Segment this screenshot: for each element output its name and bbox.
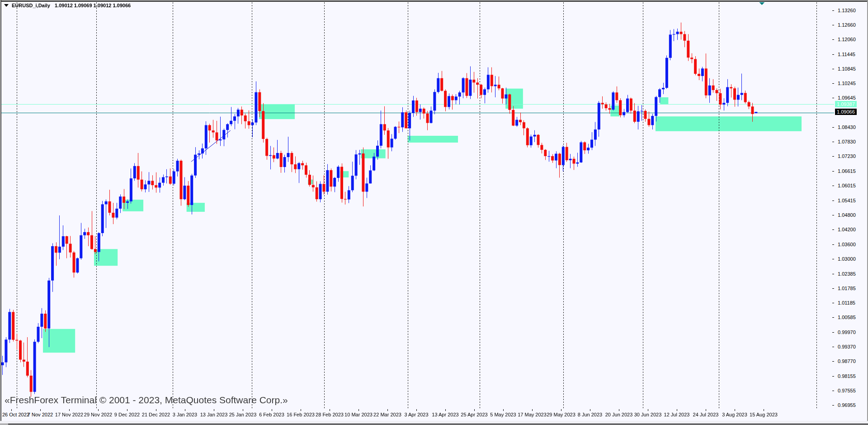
price-axis-label: 0.98155 xyxy=(838,373,856,379)
time-scale[interactable]: 26 Oct 20227 Nov 202217 Nov 202229 Nov 2… xyxy=(0,409,868,421)
price-axis-label: 1.01185 xyxy=(838,300,855,306)
time-axis-tick xyxy=(619,409,619,411)
symbol-dropdown-icon[interactable] xyxy=(4,4,9,7)
time-axis-label: 20 Jun 2023 xyxy=(605,412,633,417)
time-axis-tick xyxy=(561,409,561,411)
time-axis-label: 8 Jun 2023 xyxy=(578,412,602,417)
price-axis-label: 1.04200 xyxy=(838,227,856,232)
price-axis-label: 1.03000 xyxy=(838,256,856,262)
time-axis-tick xyxy=(706,409,706,411)
price-axis-label: 0.99970 xyxy=(838,329,856,335)
price-axis-label: 1.11445 xyxy=(838,52,855,57)
time-axis-tick xyxy=(590,409,590,411)
price-axis-label: 1.10845 xyxy=(838,66,856,72)
time-axis-label: 25 Apr 2023 xyxy=(461,412,487,417)
chart-title-bar: EURUSD_i,Daily 1.09012 1.09069 1.09012 1… xyxy=(3,2,131,9)
time-axis-label: 5 May 2023 xyxy=(490,412,516,417)
price-axis-label: 1.12660 xyxy=(838,22,856,28)
time-axis-tick xyxy=(301,409,301,411)
time-axis-label: 22 Mar 2023 xyxy=(373,412,401,417)
time-axis-tick xyxy=(416,409,417,411)
time-axis-tick xyxy=(387,409,388,411)
time-axis-tick xyxy=(127,409,127,411)
time-axis-tick xyxy=(243,409,243,411)
price-axis-label: 1.10245 xyxy=(838,81,856,86)
time-axis-label: 6 Feb 2023 xyxy=(259,412,284,417)
broker-watermark: «FreshForex Terminal © 2001 - 2023, Meta… xyxy=(5,395,288,406)
price-scale[interactable]: 1.132601.126601.120601.114451.108451.102… xyxy=(835,2,868,409)
time-axis-label: 17 May 2023 xyxy=(518,412,547,417)
price-axis-label: 1.01785 xyxy=(838,286,856,291)
time-axis-tick xyxy=(11,409,12,411)
time-axis-label: 28 Feb 2023 xyxy=(316,412,344,417)
time-axis-tick xyxy=(272,409,272,411)
time-axis-tick xyxy=(185,409,185,411)
time-axis-tick xyxy=(445,409,446,411)
time-axis-label: 12 Jul 2023 xyxy=(664,412,690,417)
time-axis-label: 29 May 2023 xyxy=(547,412,576,417)
time-axis-label: 3 Aug 2023 xyxy=(722,412,747,417)
time-axis-label: 21 Dec 2022 xyxy=(142,412,170,417)
price-axis-label: 0.96955 xyxy=(838,402,856,408)
time-axis-tick xyxy=(503,409,504,411)
time-axis-label: 29 Nov 2022 xyxy=(84,412,112,417)
time-axis-tick xyxy=(330,409,330,411)
time-axis-label: 13 Apr 2023 xyxy=(432,412,458,417)
chart-window: EURUSD_i,Daily 1.09012 1.09069 1.09012 1… xyxy=(0,0,868,425)
symbol-period-title: EURUSD_i,Daily xyxy=(12,3,50,8)
price-axis-label: 1.06015 xyxy=(838,183,856,188)
window-bottom-line-end xyxy=(0,424,8,425)
time-axis-label: 9 Dec 2022 xyxy=(114,412,140,417)
time-axis-label: 26 Oct 2022 xyxy=(2,412,29,417)
price-axis-label: 0.99370 xyxy=(838,344,856,349)
time-axis-label: 17 Nov 2022 xyxy=(55,412,83,417)
price-axis-label: 1.04800 xyxy=(838,212,856,218)
time-axis-label: 24 Jul 2023 xyxy=(693,412,719,417)
price-axis-label: 1.05415 xyxy=(838,198,856,203)
time-axis-tick xyxy=(648,409,648,411)
price-axis-label: 1.13260 xyxy=(838,8,856,13)
time-axis-tick xyxy=(764,409,764,411)
time-axis-tick xyxy=(40,409,41,411)
time-axis-tick xyxy=(214,409,214,411)
price-axis-label: 1.08430 xyxy=(838,124,856,130)
time-axis-label: 3 Apr 2023 xyxy=(404,412,428,417)
price-axis-label: 1.00585 xyxy=(838,315,856,320)
time-axis-tick xyxy=(156,409,156,411)
price-axis-label: 1.02385 xyxy=(838,271,856,277)
time-axis-tick xyxy=(359,409,359,411)
time-axis-label: 15 Aug 2023 xyxy=(750,412,778,417)
time-axis-label: 16 Feb 2023 xyxy=(287,412,315,417)
price-axis-label: 0.97555 xyxy=(838,388,856,393)
time-axis-tick xyxy=(98,409,99,411)
price-axis-label: 1.03600 xyxy=(838,242,856,247)
time-axis-label: 7 Nov 2022 xyxy=(28,412,53,417)
price-axis-label: 1.09645 xyxy=(838,95,856,100)
price-axis-label: 1.07230 xyxy=(838,153,856,159)
chart-plot-area[interactable] xyxy=(1,2,834,409)
time-axis-label: 13 Jan 2023 xyxy=(200,412,228,417)
price-axis-label: 1.12060 xyxy=(838,37,856,42)
price-axis-label: 1.07830 xyxy=(838,139,856,144)
time-axis-tick xyxy=(677,409,677,411)
price-axis-label: 1.06615 xyxy=(838,168,856,174)
time-axis-label: 30 Jun 2023 xyxy=(634,412,662,417)
price-axis-label: 0.98770 xyxy=(838,358,856,364)
time-axis-tick xyxy=(69,409,70,411)
ohlc-values: 1.09012 1.09069 1.09012 1.09066 xyxy=(55,3,131,8)
window-bottom-line xyxy=(8,424,868,425)
alert-price-label: 1.09387 xyxy=(835,101,857,107)
time-axis-tick xyxy=(532,409,533,411)
time-axis-label: 10 Mar 2023 xyxy=(344,412,373,417)
time-axis-label: 25 Jan 2023 xyxy=(229,412,257,417)
time-axis-tick xyxy=(474,409,475,411)
time-axis-label: 3 Jan 2023 xyxy=(173,412,197,417)
current-price-label: 1.09066 xyxy=(835,109,857,115)
window-frame-top-line xyxy=(0,0,868,2)
time-axis-tick xyxy=(735,409,735,411)
